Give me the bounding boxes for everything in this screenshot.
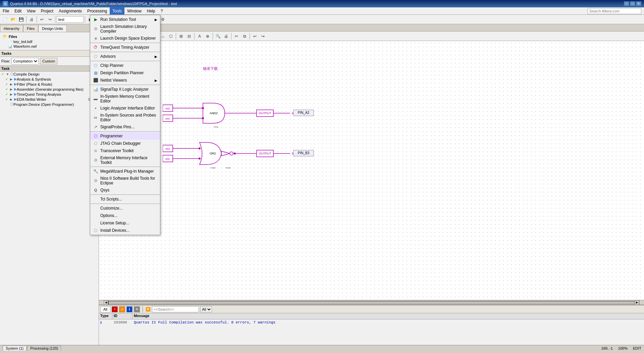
save-button[interactable]: 💾 [17,16,25,23]
task-fitter[interactable]: ✓ ▶ ▶ Fitter (Place & Route) [0,82,99,87]
menu-help[interactable]: Help [144,7,158,14]
menu-edit[interactable]: Edit [12,7,24,14]
svg-text:vcc: vcc [165,107,170,110]
dd-megawizard[interactable]: 🔧 MegaWizard Plug-In Manager [90,168,160,175]
tab-hierarchy[interactable]: Hierarchy [0,25,23,32]
scroll-right-button[interactable]: ▶ [635,300,639,305]
draw-toolbar: ↖ ↶ ╱ ⌒ ═ □ ○ ⌓ ⬠ ⊞ ⊟ A ⊕ 🔍 🖨 ✂ ⧉ ↩ ↪ [99,32,644,41]
draw-copy[interactable]: ⧉ [241,33,248,40]
custom-button[interactable]: Custom [40,58,57,64]
msg-filter-info[interactable]: ℹ [126,306,132,312]
dd-chip-planner[interactable]: ⬡ Chip Planner [90,62,160,69]
msg-filter-warning[interactable]: ⚠ [119,306,125,312]
tab-files[interactable]: Files [23,25,38,32]
task-expand-compile[interactable]: ▼ [6,73,10,76]
close-button[interactable]: ✕ [636,1,641,6]
task-expand-eda[interactable]: ▶ [10,98,14,101]
dd-customize[interactable]: Customize... [90,205,160,212]
task-check-assembler: ✓ [5,87,10,91]
draw-text[interactable]: A [196,33,203,40]
dd-nios2[interactable]: ⚙ Nios II Software Build Tools for Eclip… [90,175,160,186]
dd-netlist-viewers[interactable]: ⬛ Netlist Viewers ▶ [90,77,160,84]
dd-design-partition[interactable]: ▦ Design Partition Planner [90,69,160,77]
draw-cut[interactable]: ✂ [233,33,240,40]
dd-install-devices[interactable]: ⬡ Install Devices... [90,227,160,234]
search-input[interactable] [588,8,641,14]
draw-deselect[interactable]: ⊟ [185,33,193,40]
dd-tcl[interactable]: Tcl Scripts... [90,195,160,203]
dd-run-sim-tool[interactable]: ▶ Run Simulation Tool ▶ [90,16,160,23]
dd-launch-dse[interactable]: ◈ Launch Design Space Explorer [90,35,160,42]
print-button[interactable]: 🖨 [28,16,35,23]
message-search-input[interactable] [152,306,199,312]
minimize-button[interactable]: ─ [624,1,629,6]
draw-symbol[interactable]: ⊕ [204,33,211,40]
dd-options[interactable]: Options... [90,212,160,219]
dd-logic-analyzer[interactable]: ▪ Logic Analyzer Interface Editor [90,104,160,112]
dd-jtag[interactable]: ⬡ JTAG Chain Debugger [90,140,160,147]
task-program-device[interactable]: ⬡ Program Device (Open Programmer) [0,102,99,107]
task-eda[interactable]: ✓ ▶ ▶ EDA Netlist Writer 00:00 [0,97,99,102]
task-expand-timequest[interactable]: ▶ [10,93,14,96]
draw-undo[interactable]: ↩ [251,33,259,40]
menu-view[interactable]: View [24,7,38,14]
task-compile-design[interactable]: ✓ ▼ ⬡ Compile Design [0,72,99,77]
dd-license[interactable]: License Setup... [90,219,160,227]
draw-redo[interactable]: ↪ [259,33,267,40]
task-expand-fitter[interactable]: ▶ [10,83,14,86]
dd-advisors-label: Advisors [100,54,116,59]
draw-select2[interactable]: ⊞ [177,33,185,40]
dd-advisors[interactable]: ⬡ Advisors ▶ [90,53,160,60]
task-timequest[interactable]: ✓ ▶ ▶ TimeQuest Timing Analysis [0,92,99,97]
dd-timequest[interactable]: ⏱ TimeQuest Timing Analyzer [90,44,160,51]
dd-signalprobe[interactable]: ↗ SignalProbe Pins... [90,123,160,131]
msg-filter-extra[interactable]: ✦ [134,306,140,312]
dd-qsys[interactable]: Q Qsys [90,186,160,194]
menu-processing[interactable]: Processing [85,7,110,14]
scroll-left-button[interactable]: ◀ [104,300,108,305]
menu-window[interactable]: Window [124,7,144,14]
dd-transceiver[interactable]: ≋ Transceiver Toolkit [90,147,160,155]
open-button[interactable]: 📂 [9,16,17,23]
status-tab-processing[interactable]: Processing (120) [27,346,61,351]
horizontal-scrollbar[interactable]: ◀ ▶ [99,300,644,305]
advisors-icon: ⬡ [93,54,98,59]
dd-options-label: Options... [100,213,117,218]
dd-sep-2 [90,52,160,52]
dd-signaltap-label: SignalTap II Logic Analyzer [100,87,149,92]
undo-button[interactable]: ↩ [38,16,46,23]
maximize-button[interactable]: □ [630,1,635,6]
nav-item-bdf[interactable]: 📄 key_led.bdf [1,39,97,44]
dd-signaltap[interactable]: 📊 SignalTap II Logic Analyzer [90,86,160,93]
menu-project[interactable]: Project [38,7,56,14]
dd-launch-sim-lib[interactable]: ⚙ Launch Simulation Library Compiler [90,23,160,35]
menu-question[interactable]: ? [158,7,166,14]
new-button[interactable]: 📄 [1,16,9,23]
dd-insystem-mem[interactable]: ▬ In-System Memory Content Editor [90,93,160,104]
task-expand-assembler[interactable]: ▶ [10,88,14,91]
draw-poly[interactable]: ⬠ [167,33,174,40]
canvas-area[interactable]: 烧录下载 vcc vcc AND2 [99,41,644,300]
redo-button[interactable]: ↪ [46,16,54,23]
tab-design-units[interactable]: Design Units [38,25,66,32]
task-assembler[interactable]: ✓ ▶ ▶ Assembler (Generate programming fi… [0,87,99,92]
message-filter-select[interactable]: All [200,306,212,312]
task-expand-analysis[interactable]: ▶ [10,78,14,81]
msg-filter-error[interactable]: × [112,306,118,312]
svg-point-16 [202,117,204,119]
menu-file[interactable]: File [0,7,12,14]
menu-tools[interactable]: Tools [110,7,124,14]
nav-item-vwf[interactable]: 📊 Waveform.vwf [1,44,97,49]
draw-print[interactable]: 🖨 [222,33,230,40]
scroll-track-horiz[interactable] [108,301,635,304]
status-tab-system[interactable]: System (1) [3,346,26,351]
menu-assignments[interactable]: Assignments [56,7,85,14]
flow-select[interactable]: Compilation [11,58,39,64]
draw-zoom-in[interactable]: 🔍 [214,33,222,40]
dd-programmer[interactable]: ⬡ Programmer [90,132,160,140]
msg-tab-all[interactable]: All [100,306,110,312]
project-name-field[interactable] [57,16,84,23]
task-analysis[interactable]: ✓ ▶ ▶ Analysis & Synthesis [0,77,99,82]
dd-ext-mem[interactable]: ⚙ External Memory Interface Toolkit [90,155,160,166]
dd-insystem-sources[interactable]: 01 In-System Sources and Probes Editor [90,112,160,123]
